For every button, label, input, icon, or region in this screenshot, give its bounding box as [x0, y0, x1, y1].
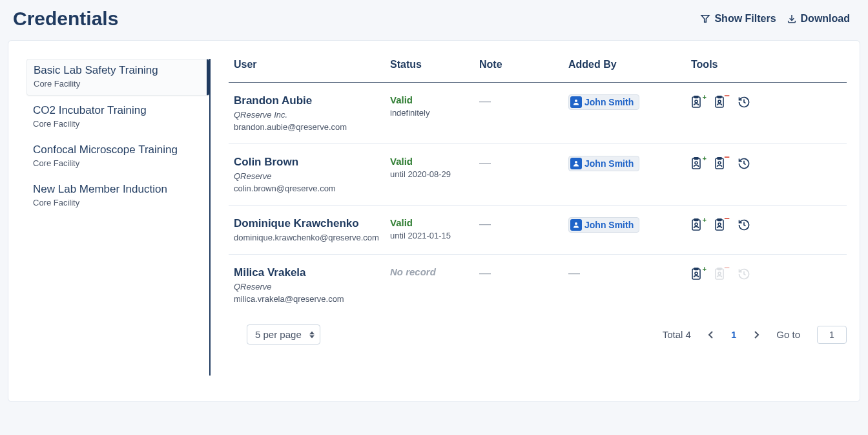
filter-icon: [700, 14, 710, 24]
status-label: No record: [390, 266, 479, 277]
page-title: Credentials: [13, 8, 118, 30]
svg-marker-29: [309, 335, 315, 338]
note-cell: —: [479, 156, 568, 169]
svg-rect-2: [692, 97, 700, 107]
note-value: —: [479, 266, 491, 279]
svg-point-27: [718, 272, 721, 275]
column-header-user: User: [229, 59, 390, 70]
svg-rect-6: [718, 96, 721, 98]
sidebar-item-title: Basic Lab Safety Training: [34, 63, 199, 78]
note-value: —: [479, 217, 491, 230]
svg-rect-12: [716, 158, 723, 169]
svg-point-7: [718, 100, 721, 103]
svg-rect-26: [718, 268, 721, 270]
user-email: dominique.krawchenko@qreserve.com: [234, 233, 390, 242]
sidebar-item-subtitle: Core Facility: [34, 79, 199, 89]
person-icon: [570, 158, 582, 169]
status-cell: No record: [390, 266, 479, 277]
svg-point-11: [695, 162, 698, 164]
total-label: Total 4: [663, 329, 691, 340]
add-credential-button[interactable]: +: [691, 218, 703, 231]
added-by-cell: John Smith: [568, 217, 691, 233]
status-detail: indefinitely: [390, 108, 479, 118]
svg-marker-0: [701, 16, 709, 23]
svg-point-8: [575, 161, 577, 164]
sidebar-item-title: Confocal Microscope Training: [33, 143, 202, 157]
user-chip[interactable]: John Smith: [568, 217, 639, 233]
user-chip[interactable]: John Smith: [568, 94, 639, 110]
user-cell: Colin BrownQReservecolin.brown@qreserve.…: [229, 156, 390, 193]
download-label: Download: [801, 13, 850, 25]
minus-icon: −: [724, 265, 730, 270]
add-credential-button[interactable]: +: [691, 157, 703, 170]
history-button: [738, 268, 749, 281]
status-label: Valid: [390, 217, 479, 228]
user-cell: Brandon AubieQReserve Inc.brandon.aubie@…: [229, 94, 390, 132]
tools-cell: +−: [691, 94, 801, 109]
note-cell: —: [479, 94, 568, 108]
status-cell: Validuntil 2021-01-15: [390, 217, 479, 240]
sidebar-item-subtitle: Core Facility: [33, 198, 202, 207]
sidebar-item[interactable]: New Lab Member InductionCore Facility: [26, 178, 209, 214]
person-icon: [570, 96, 582, 108]
svg-rect-20: [718, 219, 721, 221]
remove-credential-button: −: [714, 268, 726, 281]
history-button[interactable]: [738, 96, 749, 109]
show-filters-button[interactable]: Show Filters: [700, 13, 776, 25]
svg-rect-5: [716, 97, 723, 107]
table-row: Brandon AubieQReserve Inc.brandon.aubie@…: [229, 83, 847, 144]
person-icon: [570, 219, 582, 231]
user-email: brandon.aubie@qreserve.com: [234, 122, 390, 132]
remove-credential-button[interactable]: −: [714, 96, 726, 109]
svg-rect-3: [694, 96, 698, 98]
status-cell: Validuntil 2020-08-29: [390, 156, 479, 179]
table-header: User Status Note Added By Tools: [229, 59, 847, 83]
column-header-note: Note: [479, 59, 568, 70]
user-cell: Dominique Krawchenkodominique.krawchenko…: [229, 217, 390, 242]
table-row: Dominique Krawchenkodominique.krawchenko…: [229, 206, 847, 255]
remove-credential-button[interactable]: −: [714, 157, 726, 170]
tools-cell: +−: [691, 266, 801, 281]
add-credential-button[interactable]: +: [691, 268, 703, 281]
svg-rect-17: [694, 219, 698, 221]
per-page-label: 5 per page: [255, 329, 302, 340]
download-button[interactable]: Download: [787, 13, 850, 25]
svg-rect-16: [692, 220, 700, 230]
note-value: —: [479, 94, 491, 107]
goto-label: Go to: [776, 329, 800, 340]
user-cell: Milica VrakelaQReservemilica.vrakela@qre…: [229, 266, 390, 304]
tools-cell: +−: [691, 217, 801, 231]
svg-rect-9: [692, 158, 700, 169]
credential-sidebar: Basic Lab Safety TrainingCore FacilityCO…: [26, 59, 211, 376]
prev-page-button[interactable]: [708, 330, 714, 339]
minus-icon: −: [724, 216, 730, 221]
sidebar-item[interactable]: CO2 Incubator TrainingCore Facility: [26, 100, 209, 135]
column-header-added-by: Added By: [568, 59, 691, 70]
column-header-tools: Tools: [691, 59, 801, 70]
current-page: 1: [731, 329, 736, 340]
plus-icon: +: [703, 93, 707, 101]
user-email: colin.brown@qreserve.com: [234, 184, 390, 193]
status-label: Valid: [390, 156, 479, 167]
history-button[interactable]: [738, 157, 749, 170]
svg-point-15: [575, 222, 577, 225]
added-by-cell: —: [568, 266, 691, 280]
svg-point-14: [718, 162, 721, 164]
remove-credential-button[interactable]: −: [714, 218, 726, 231]
plus-icon: +: [703, 265, 707, 273]
per-page-select[interactable]: 5 per page: [247, 324, 320, 345]
sidebar-item-subtitle: Core Facility: [33, 158, 202, 168]
status-cell: Validindefinitely: [390, 94, 479, 118]
download-icon: [787, 14, 797, 24]
next-page-button[interactable]: [753, 330, 760, 339]
sidebar-item[interactable]: Basic Lab Safety TrainingCore Facility: [26, 59, 209, 96]
add-credential-button[interactable]: +: [691, 96, 703, 109]
tools-cell: +−: [691, 156, 801, 170]
history-button[interactable]: [738, 218, 749, 231]
user-chip[interactable]: John Smith: [568, 156, 639, 171]
goto-page-input[interactable]: [817, 326, 847, 344]
pagination: 5 per page Total 4 1 Go to: [229, 315, 847, 345]
user-org: QReserve Inc.: [234, 110, 390, 120]
svg-point-1: [575, 100, 577, 102]
sidebar-item[interactable]: Confocal Microscope TrainingCore Facilit…: [26, 139, 209, 175]
